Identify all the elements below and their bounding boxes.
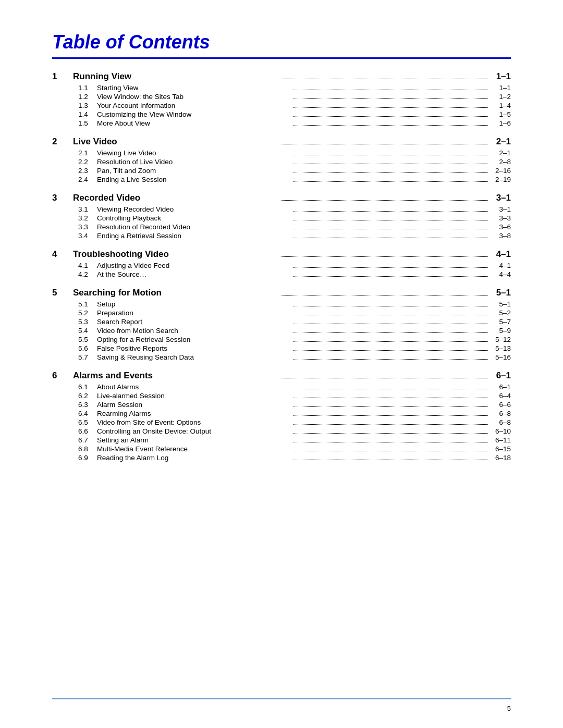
toc-sub-num: 2.4 — [78, 176, 97, 183]
toc-sub-title: Rearming Alarms — [97, 410, 291, 417]
toc-sub-page: 3–1 — [490, 205, 511, 213]
toc-sub-entry: 2.3Pan, Tilt and Zoom2–16 — [78, 167, 511, 175]
toc-main-num: 6 — [52, 371, 73, 381]
toc-main-entry: 3Recorded Video3–1 — [52, 193, 511, 203]
toc-sub-dots — [293, 415, 488, 416]
toc-sub-entries: 1.1Starting View1–11.2View Window: the S… — [78, 84, 511, 127]
toc-sub-num: 1.5 — [78, 119, 97, 127]
toc-main-page: 2–1 — [490, 137, 511, 147]
toc-sub-entry: 5.4Video from Motion Search5–9 — [78, 327, 511, 335]
toc-sub-title: Opting for a Retrieval Session — [97, 336, 291, 343]
toc-main-title: Searching for Motion — [73, 288, 279, 298]
toc-sub-title: Starting View — [97, 84, 291, 92]
toc-sub-page: 1–6 — [490, 119, 511, 127]
toc-sub-entry: 2.1Viewing Live Video2–1 — [78, 149, 511, 157]
toc-sub-page: 2–16 — [490, 167, 511, 175]
toc-sub-entry: 5.1Setup5–1 — [78, 300, 511, 308]
toc-sub-page: 1–1 — [490, 84, 511, 92]
toc-sub-entry: 6.3Alarm Session6–6 — [78, 401, 511, 409]
toc-sub-dots — [293, 229, 488, 229]
toc-section: 2Live Video2–12.1Viewing Live Video2–12.… — [52, 137, 511, 183]
toc-main-title: Live Video — [73, 137, 279, 147]
toc-sub-num: 6.7 — [78, 436, 97, 444]
toc-main-dots — [282, 256, 488, 257]
toc-sub-title: Your Account Information — [97, 102, 291, 109]
toc-sub-page: 6–10 — [490, 427, 511, 435]
toc-sub-num: 3.1 — [78, 205, 97, 213]
toc-sub-entry: 5.2Preparation5–2 — [78, 309, 511, 317]
toc-sub-num: 1.1 — [78, 84, 97, 92]
toc-sub-num: 2.3 — [78, 167, 97, 175]
toc-sub-page: 1–5 — [490, 110, 511, 118]
toc-sub-dots — [293, 433, 488, 434]
toc-sub-num: 5.3 — [78, 318, 97, 326]
toc-sub-dots — [293, 98, 488, 99]
toc-sub-num: 4.1 — [78, 262, 97, 269]
toc-sub-entry: 1.3Your Account Information1–4 — [78, 102, 511, 109]
toc-sub-num: 6.1 — [78, 383, 97, 391]
toc-sub-title: Ending a Retrieval Session — [97, 232, 291, 240]
toc-sub-dots — [293, 324, 488, 324]
toc-sub-dots — [293, 406, 488, 407]
toc-main-dots — [282, 200, 488, 201]
toc-main-num: 3 — [52, 193, 73, 203]
toc-sub-title: Resolution of Recorded Video — [97, 223, 291, 231]
toc-sub-num: 5.7 — [78, 353, 97, 361]
toc-sub-num: 2.1 — [78, 149, 97, 157]
toc-sub-num: 3.2 — [78, 214, 97, 222]
toc-container: 1Running View1–11.1Starting View1–11.2Vi… — [52, 71, 511, 462]
toc-main-entry: 6Alarms and Events6–1 — [52, 371, 511, 381]
toc-sub-title: Customizing the View Window — [97, 110, 291, 118]
toc-sub-num: 6.5 — [78, 418, 97, 426]
toc-sub-page: 3–3 — [490, 214, 511, 222]
toc-sub-title: Adjusting a Video Feed — [97, 262, 291, 269]
toc-sub-num: 3.3 — [78, 223, 97, 231]
toc-sub-num: 6.6 — [78, 427, 97, 435]
toc-main-page: 5–1 — [490, 288, 511, 298]
toc-main-entry: 5Searching for Motion5–1 — [52, 288, 511, 298]
toc-sub-page: 5–7 — [490, 318, 511, 326]
toc-sub-page: 5–2 — [490, 309, 511, 317]
toc-main-num: 4 — [52, 249, 73, 260]
toc-sub-entry: 5.7Saving & Reusing Search Data5–16 — [78, 353, 511, 361]
toc-sub-entry: 3.3Resolution of Recorded Video3–6 — [78, 223, 511, 231]
toc-sub-num: 2.2 — [78, 158, 97, 166]
toc-section: 5Searching for Motion5–15.1Setup5–15.2Pr… — [52, 288, 511, 361]
toc-sub-dots — [293, 220, 488, 220]
toc-sub-entries: 6.1About Alarms6–16.2Live-alarmed Sessio… — [78, 383, 511, 462]
toc-sub-page: 5–12 — [490, 336, 511, 343]
toc-sub-dots — [293, 90, 488, 90]
toc-sub-dots — [293, 116, 488, 117]
toc-sub-dots — [293, 172, 488, 173]
toc-sub-entry: 5.6False Positive Reports5–13 — [78, 344, 511, 352]
toc-sub-entry: 6.6Controlling an Onsite Device: Output6… — [78, 427, 511, 435]
toc-sub-num: 5.2 — [78, 309, 97, 317]
toc-sub-dots — [293, 424, 488, 425]
toc-sub-page: 2–8 — [490, 158, 511, 166]
toc-sub-dots — [293, 238, 488, 238]
toc-sub-num: 6.8 — [78, 445, 97, 453]
toc-sub-title: Controlling Playback — [97, 214, 291, 222]
toc-sub-title: Multi-Media Event Reference — [97, 445, 291, 453]
toc-sub-num: 5.1 — [78, 300, 97, 308]
toc-section: 1Running View1–11.1Starting View1–11.2Vi… — [52, 71, 511, 127]
toc-sub-title: Reading the Alarm Log — [97, 454, 291, 462]
toc-sub-num: 6.4 — [78, 410, 97, 417]
toc-sub-page: 3–6 — [490, 223, 511, 231]
toc-sub-num: 5.6 — [78, 344, 97, 352]
toc-sub-num: 3.4 — [78, 232, 97, 240]
toc-sub-page: 5–1 — [490, 300, 511, 308]
toc-sub-entry: 1.1Starting View1–1 — [78, 84, 511, 92]
toc-main-dots — [282, 144, 488, 144]
toc-sub-entries: 5.1Setup5–15.2Preparation5–25.3Search Re… — [78, 300, 511, 361]
toc-sub-page: 1–2 — [490, 93, 511, 101]
toc-sub-dots — [293, 267, 488, 268]
toc-main-dots — [282, 295, 488, 295]
toc-sub-dots — [293, 460, 488, 460]
toc-sub-page: 6–15 — [490, 445, 511, 453]
toc-sub-title: Viewing Recorded Video — [97, 205, 291, 213]
toc-sub-dots — [293, 398, 488, 398]
toc-main-dots — [282, 79, 488, 79]
page-title: Table of Contents — [52, 31, 511, 53]
toc-sub-page: 4–1 — [490, 262, 511, 269]
